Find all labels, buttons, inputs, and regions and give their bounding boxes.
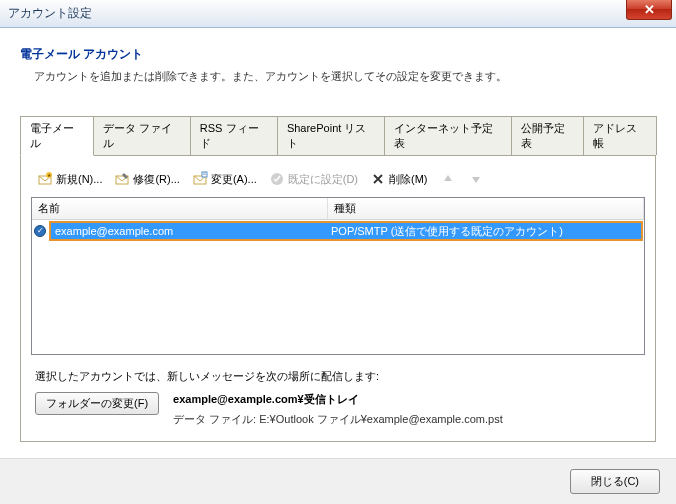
arrow-down-icon (468, 171, 484, 187)
list-row[interactable]: example@example.com POP/SMTP (送信で使用する既定の… (51, 223, 641, 239)
tab-email[interactable]: 電子メール (20, 116, 94, 156)
tab-datafiles[interactable]: データ ファイル (93, 116, 191, 155)
toolbar: ★ 新規(N)... 修復(R)... 変更(A)... 既 (31, 166, 645, 197)
set-default-button: 既定に設定(D) (265, 169, 362, 189)
tab-panel: ★ 新規(N)... 修復(R)... 変更(A)... 既 (20, 156, 656, 442)
delivery-location: example@example.com¥受信トレイ (173, 392, 503, 407)
close-icon: ✕ (644, 3, 655, 16)
repair-label: 修復(R)... (133, 172, 179, 187)
tab-sharepoint[interactable]: SharePoint リスト (277, 116, 385, 155)
row-account-name: example@example.com (51, 225, 331, 237)
list-header: 名前 種類 (32, 198, 644, 220)
tab-addressbook[interactable]: アドレス帳 (583, 116, 657, 155)
move-up-button (436, 169, 460, 189)
dialog-footer: 閉じる(C) (0, 458, 676, 504)
account-list[interactable]: 名前 種類 example@example.com POP/SMTP (送信で使… (31, 197, 645, 355)
default-label: 既定に設定(D) (288, 172, 358, 187)
content-area: 電子メール アカウント アカウントを追加または削除できます。また、アカウントを選… (0, 28, 676, 454)
new-icon: ★ (37, 171, 53, 187)
row-account-type: POP/SMTP (送信で使用する既定のアカウント) (331, 224, 641, 239)
delete-label: 削除(M) (389, 172, 428, 187)
tab-internet-cal[interactable]: インターネット予定表 (384, 116, 511, 155)
repair-icon (114, 171, 130, 187)
page-title: 電子メール アカウント (20, 46, 656, 63)
tab-rss[interactable]: RSS フィード (190, 116, 278, 155)
delivery-section: フォルダーの変更(F) example@example.com¥受信トレイ デー… (35, 392, 645, 427)
move-down-button (464, 169, 488, 189)
delivery-info: example@example.com¥受信トレイ データ ファイル: E:¥O… (173, 392, 503, 427)
list-row-container: example@example.com POP/SMTP (送信で使用する既定の… (33, 221, 643, 241)
delete-icon (370, 171, 386, 187)
default-check-icon (33, 225, 47, 237)
delivery-label: 選択したアカウントでは、新しいメッセージを次の場所に配信します: (35, 369, 645, 384)
close-button[interactable]: ✕ (626, 0, 672, 20)
tab-public-cal[interactable]: 公開予定表 (511, 116, 585, 155)
page-description: アカウントを追加または削除できます。また、アカウントを選択してその設定を変更でき… (34, 69, 656, 84)
new-label: 新規(N)... (56, 172, 102, 187)
change-label: 変更(A)... (211, 172, 257, 187)
new-button[interactable]: ★ 新規(N)... (33, 169, 106, 189)
delete-button[interactable]: 削除(M) (366, 169, 432, 189)
tab-strip: 電子メール データ ファイル RSS フィード SharePoint リスト イ… (20, 116, 656, 156)
window-title: アカウント設定 (8, 5, 92, 22)
repair-button[interactable]: 修復(R)... (110, 169, 183, 189)
change-button[interactable]: 変更(A)... (188, 169, 261, 189)
change-folder-button[interactable]: フォルダーの変更(F) (35, 392, 159, 415)
delivery-datafile: データ ファイル: E:¥Outlook ファイル¥example@exampl… (173, 412, 503, 427)
titlebar: アカウント設定 ✕ (0, 0, 676, 28)
check-icon (269, 171, 285, 187)
close-dialog-button[interactable]: 閉じる(C) (570, 469, 660, 494)
change-icon (192, 171, 208, 187)
col-type[interactable]: 種類 (328, 198, 644, 219)
col-name[interactable]: 名前 (32, 198, 328, 219)
arrow-up-icon (440, 171, 456, 187)
